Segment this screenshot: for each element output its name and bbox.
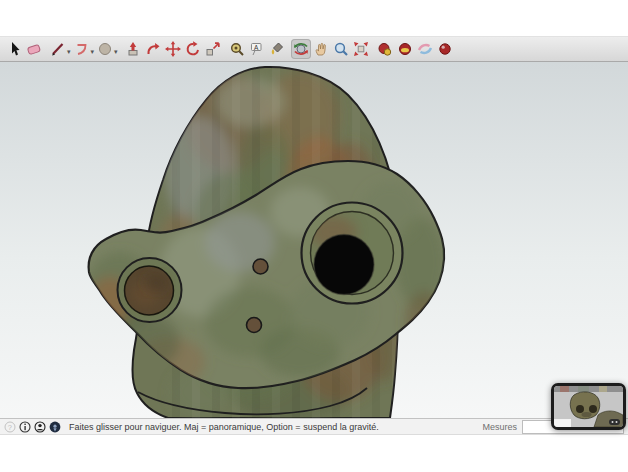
arc-tool-button[interactable] bbox=[72, 39, 92, 59]
select-tool-button[interactable] bbox=[4, 39, 24, 59]
push-pull-tool-button[interactable] bbox=[123, 39, 143, 59]
scale-tool-button[interactable] bbox=[203, 39, 223, 59]
right-eye bbox=[302, 203, 403, 304]
orbit-tool-button[interactable] bbox=[291, 39, 311, 59]
rotate-icon bbox=[185, 41, 201, 57]
left-eye bbox=[118, 258, 182, 322]
geolocation-circle-icon[interactable] bbox=[49, 421, 61, 433]
eraser-icon bbox=[26, 41, 42, 57]
tape-measure-tool-button[interactable] bbox=[227, 39, 247, 59]
follow-me-icon bbox=[145, 41, 161, 57]
line-dropdown-caret[interactable]: ▾ bbox=[67, 48, 71, 56]
robot-head-model bbox=[0, 62, 628, 418]
follow-me-tool-button[interactable] bbox=[143, 39, 163, 59]
circle-shape-icon bbox=[97, 41, 113, 57]
extension-1-tool-button[interactable] bbox=[375, 39, 395, 59]
pan-hand-icon bbox=[313, 41, 329, 57]
extension-red-badge-icon bbox=[397, 41, 413, 57]
tape-measure-icon bbox=[229, 41, 245, 57]
select-arrow-icon bbox=[6, 41, 22, 57]
svg-text:A: A bbox=[254, 44, 259, 51]
title-bar bbox=[0, 0, 628, 36]
rivet-upper bbox=[253, 259, 268, 274]
text-tool-button[interactable]: A bbox=[247, 39, 267, 59]
extension-4-tool-button[interactable] bbox=[435, 39, 455, 59]
zoom-extents-tool-button[interactable] bbox=[351, 39, 371, 59]
main-toolbar: ▾▾▾A bbox=[0, 36, 628, 62]
extension-pink-blue-icon bbox=[417, 41, 433, 57]
arc-dropdown-caret[interactable]: ▾ bbox=[91, 48, 95, 56]
shapes-dropdown-caret[interactable]: ▾ bbox=[114, 48, 118, 56]
extension-3-tool-button[interactable] bbox=[415, 39, 435, 59]
status-icons: ? bbox=[4, 421, 61, 433]
camera-preview-thumbnail[interactable] bbox=[551, 383, 626, 430]
preview-controls[interactable] bbox=[609, 419, 620, 425]
paint-bucket-icon bbox=[269, 41, 285, 57]
status-bar: ? Faites glisser pour naviguer. Maj = pa… bbox=[0, 418, 628, 435]
push-pull-icon bbox=[125, 41, 141, 57]
scale-icon bbox=[205, 41, 221, 57]
shapes-tool-button[interactable] bbox=[95, 39, 115, 59]
svg-text:?: ? bbox=[8, 422, 12, 431]
extension-red-yellow-icon bbox=[377, 41, 393, 57]
eraser-tool-button[interactable] bbox=[24, 39, 44, 59]
move-tool-button[interactable] bbox=[163, 39, 183, 59]
zoom-extents-icon bbox=[353, 41, 369, 57]
zoom-tool-button[interactable] bbox=[331, 39, 351, 59]
help-circle-icon[interactable]: ? bbox=[4, 421, 16, 433]
info-circle-icon[interactable] bbox=[19, 421, 31, 433]
zoom-icon bbox=[333, 41, 349, 57]
paint-bucket-tool-button[interactable] bbox=[267, 39, 287, 59]
pan-tool-button[interactable] bbox=[311, 39, 331, 59]
rotate-tool-button[interactable] bbox=[183, 39, 203, 59]
move-icon bbox=[165, 41, 181, 57]
sketchup-window: ▾▾▾A bbox=[0, 0, 628, 472]
text-label-icon: A bbox=[249, 41, 265, 57]
line-tool-button[interactable] bbox=[48, 39, 68, 59]
arc-icon bbox=[74, 41, 90, 57]
person-circle-icon[interactable] bbox=[34, 421, 46, 433]
extension-red-icon bbox=[437, 41, 453, 57]
measurements-label: Mesures bbox=[482, 422, 517, 432]
3d-viewport[interactable] bbox=[0, 62, 628, 418]
extension-2-tool-button[interactable] bbox=[395, 39, 415, 59]
status-hint-text: Faites glisser pour naviguer. Maj = pano… bbox=[69, 422, 379, 432]
pencil-icon bbox=[50, 41, 66, 57]
rivet-lower bbox=[247, 318, 262, 333]
orbit-icon bbox=[293, 41, 309, 57]
